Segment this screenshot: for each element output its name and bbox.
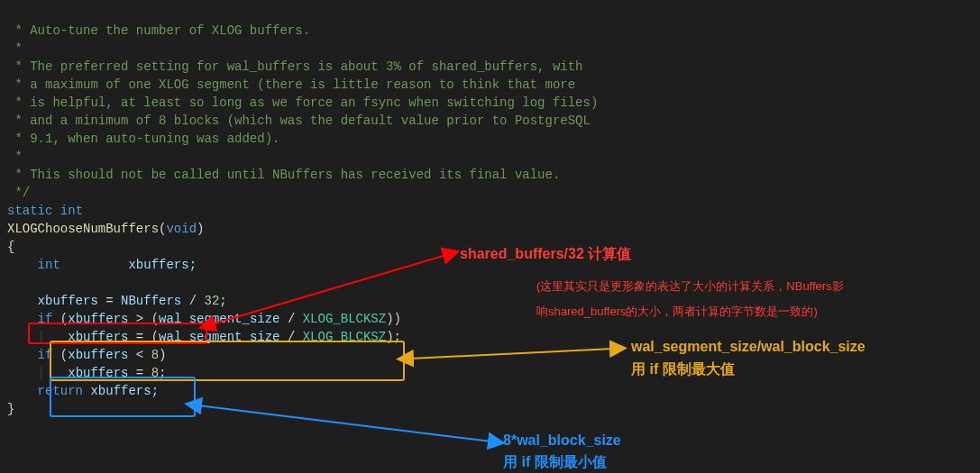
code-line: XLOGChooseNumBuffers(void)	[7, 222, 204, 236]
code-line: int xbuffers;	[7, 258, 197, 272]
annotation-red-sub1: (这里其实只是更形象的表达了大小的计算关系，NBuffers影	[536, 278, 844, 295]
comment-line: * 9.1, when auto-tuning was added).	[7, 132, 279, 146]
comment-line: *	[7, 150, 23, 164]
code-line: return xbuffers;	[7, 384, 159, 398]
comment-line: * is helpful, at least so long as we for…	[7, 96, 598, 110]
comment-line: * and a minimum of 8 blocks (which was t…	[7, 114, 591, 128]
annotation-red-sub2: 响shared_buffers的大小，两者计算的字节数是一致的)	[536, 304, 818, 320]
code-line: xbuffers = NBuffers / 32;	[7, 294, 227, 308]
annotation-blue-l1: 8*wal_block_size	[503, 432, 621, 449]
code-line: static int	[7, 204, 83, 218]
comment-line: *	[7, 41, 23, 56]
brace-open: {	[7, 240, 14, 254]
brace-close: }	[7, 402, 14, 416]
code-line: | xbuffers = 8;	[7, 366, 166, 380]
comment-line: */	[7, 186, 30, 200]
annotation-orange-l2: 用 if 限制最大值	[631, 360, 735, 379]
annotation-red-title: shared_buffers/32 计算值	[460, 245, 631, 264]
code-line: if (xbuffers > (wal_segment_size / XLOG_…	[7, 312, 401, 326]
code-editor: * Auto-tune the number of XLOG buffers. …	[0, 0, 980, 422]
code-line: | xbuffers = (wal_segment_size / XLOG_BL…	[7, 330, 401, 344]
annotation-orange-l1: wal_segment_size/wal_block_size	[631, 339, 866, 355]
comment-line: * This should not be called until NBuffe…	[7, 168, 560, 182]
annotation-blue-l2: 用 if 限制最小值	[503, 453, 607, 472]
comment-line: * Auto-tune the number of XLOG buffers.	[7, 23, 310, 38]
blank-line	[7, 276, 14, 290]
comment-line: * The preferred setting for wal_buffers …	[7, 59, 583, 74]
code-line: if (xbuffers < 8)	[7, 348, 166, 362]
comment-line: * a maximum of one XLOG segment (there i…	[7, 77, 575, 92]
